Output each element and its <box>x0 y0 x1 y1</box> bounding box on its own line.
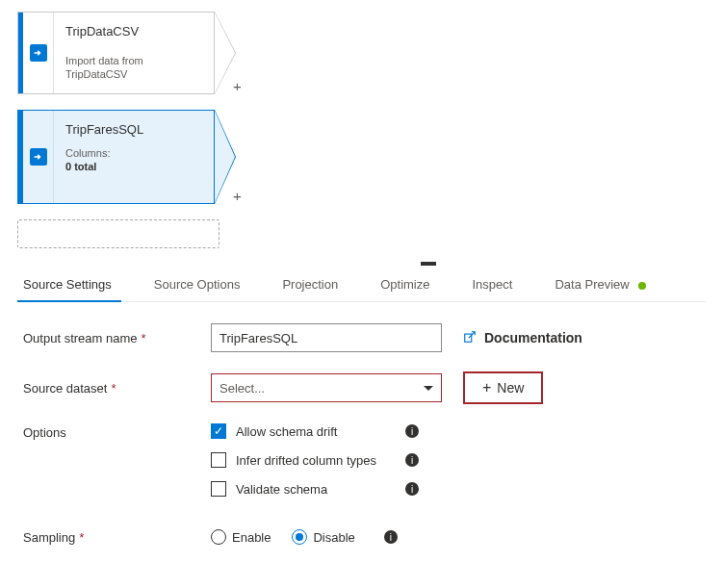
add-source-placeholder[interactable] <box>17 219 219 248</box>
tab-indicator <box>421 262 436 266</box>
external-link-icon <box>463 330 477 346</box>
source-node-tripfaressql[interactable]: TripFaresSQL Columns: 0 total <box>17 110 215 204</box>
infer-drifted-types-checkbox[interactable] <box>211 452 226 468</box>
plus-icon: + <box>482 379 491 396</box>
node-subtitle: Import data from TripDataCSV <box>65 54 202 82</box>
tab-data-preview[interactable]: Data Preview <box>549 268 665 301</box>
source-dataset-select[interactable]: Select... <box>211 373 442 402</box>
source-node-tripdatacsv[interactable]: TripDataCSV Import data from TripDataCSV <box>17 12 215 94</box>
info-icon[interactable]: i <box>384 530 398 544</box>
tab-source-options[interactable]: Source Options <box>148 268 260 301</box>
sampling-disable-label: Disable <box>313 530 354 545</box>
info-icon[interactable]: i <box>405 453 419 467</box>
settings-tabs: Source Settings Source Options Projectio… <box>17 268 706 302</box>
source-icon <box>23 111 54 203</box>
chevron-down-icon <box>424 386 433 391</box>
node-title: TripFaresSQL <box>65 122 202 137</box>
allow-schema-drift-checkbox[interactable] <box>211 423 226 439</box>
new-dataset-button[interactable]: + New <box>463 371 543 404</box>
validate-schema-checkbox[interactable] <box>211 481 226 497</box>
source-icon <box>23 13 54 93</box>
node-title: TripDataCSV <box>65 24 202 38</box>
sampling-label: Sampling* <box>23 530 211 545</box>
validate-schema-label: Validate schema <box>236 482 398 497</box>
infer-drifted-types-label: Infer drifted column types <box>236 453 398 468</box>
info-icon[interactable]: i <box>405 424 419 438</box>
node-connector-arrow <box>215 12 236 94</box>
tab-source-settings[interactable]: Source Settings <box>17 268 131 301</box>
output-stream-label: Output stream name* <box>23 331 211 345</box>
tab-inspect[interactable]: Inspect <box>467 268 532 301</box>
tab-optimize[interactable]: Optimize <box>374 268 449 301</box>
info-icon[interactable]: i <box>405 482 419 496</box>
tab-projection[interactable]: Projection <box>276 268 357 301</box>
node-connector-arrow <box>215 110 236 204</box>
sampling-disable-radio[interactable]: Disable <box>292 529 354 545</box>
status-dot-icon <box>638 282 646 290</box>
output-stream-input[interactable] <box>211 323 442 352</box>
documentation-link[interactable]: Documentation <box>463 330 582 346</box>
sampling-enable-radio[interactable]: Enable <box>211 529 271 545</box>
allow-schema-drift-label: Allow schema drift <box>236 424 398 439</box>
source-dataset-label: Source dataset* <box>23 381 211 396</box>
options-label: Options <box>23 423 211 440</box>
node-columns-info: Columns: 0 total <box>65 146 202 174</box>
svg-rect-2 <box>465 334 472 342</box>
sampling-enable-label: Enable <box>232 530 271 545</box>
